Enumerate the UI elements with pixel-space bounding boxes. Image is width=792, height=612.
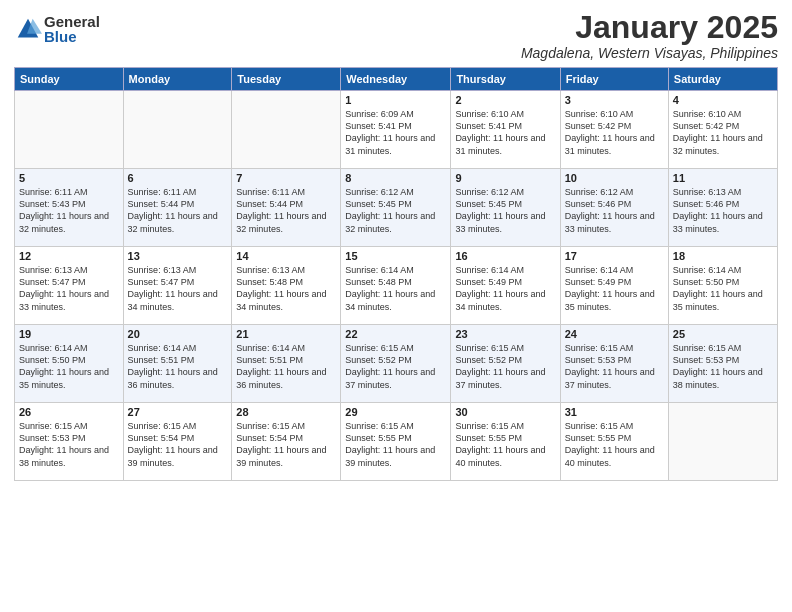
calendar-cell: 16Sunrise: 6:14 AMSunset: 5:49 PMDayligh… (451, 247, 560, 325)
day-number: 12 (19, 250, 119, 262)
day-number: 22 (345, 328, 446, 340)
header: General Blue January 2025 Magdalena, Wes… (14, 10, 778, 61)
month-title: January 2025 (521, 10, 778, 45)
day-number: 13 (128, 250, 228, 262)
day-info: Sunrise: 6:13 AMSunset: 5:47 PMDaylight:… (128, 264, 228, 313)
day-info: Sunrise: 6:15 AMSunset: 5:52 PMDaylight:… (345, 342, 446, 391)
day-info: Sunrise: 6:15 AMSunset: 5:53 PMDaylight:… (19, 420, 119, 469)
calendar-week-row: 19Sunrise: 6:14 AMSunset: 5:50 PMDayligh… (15, 325, 778, 403)
day-number: 27 (128, 406, 228, 418)
day-info: Sunrise: 6:15 AMSunset: 5:55 PMDaylight:… (345, 420, 446, 469)
logo-icon (14, 15, 42, 43)
day-number: 11 (673, 172, 773, 184)
day-info: Sunrise: 6:11 AMSunset: 5:44 PMDaylight:… (236, 186, 336, 235)
day-number: 14 (236, 250, 336, 262)
calendar-cell: 11Sunrise: 6:13 AMSunset: 5:46 PMDayligh… (668, 169, 777, 247)
day-number: 2 (455, 94, 555, 106)
day-info: Sunrise: 6:12 AMSunset: 5:45 PMDaylight:… (455, 186, 555, 235)
day-number: 18 (673, 250, 773, 262)
calendar-cell: 3Sunrise: 6:10 AMSunset: 5:42 PMDaylight… (560, 91, 668, 169)
calendar-cell (232, 91, 341, 169)
calendar-cell: 26Sunrise: 6:15 AMSunset: 5:53 PMDayligh… (15, 403, 124, 481)
calendar-cell: 22Sunrise: 6:15 AMSunset: 5:52 PMDayligh… (341, 325, 451, 403)
calendar-cell: 31Sunrise: 6:15 AMSunset: 5:55 PMDayligh… (560, 403, 668, 481)
day-number: 4 (673, 94, 773, 106)
day-number: 26 (19, 406, 119, 418)
day-number: 17 (565, 250, 664, 262)
day-number: 30 (455, 406, 555, 418)
calendar-cell: 9Sunrise: 6:12 AMSunset: 5:45 PMDaylight… (451, 169, 560, 247)
calendar-cell: 7Sunrise: 6:11 AMSunset: 5:44 PMDaylight… (232, 169, 341, 247)
calendar-week-row: 12Sunrise: 6:13 AMSunset: 5:47 PMDayligh… (15, 247, 778, 325)
calendar-cell (123, 91, 232, 169)
day-number: 8 (345, 172, 446, 184)
logo-text: General Blue (44, 14, 100, 44)
calendar-cell (15, 91, 124, 169)
day-info: Sunrise: 6:13 AMSunset: 5:48 PMDaylight:… (236, 264, 336, 313)
day-info: Sunrise: 6:14 AMSunset: 5:50 PMDaylight:… (19, 342, 119, 391)
day-info: Sunrise: 6:10 AMSunset: 5:42 PMDaylight:… (673, 108, 773, 157)
weekday-header: Saturday (668, 68, 777, 91)
day-info: Sunrise: 6:11 AMSunset: 5:43 PMDaylight:… (19, 186, 119, 235)
day-number: 9 (455, 172, 555, 184)
calendar-cell: 24Sunrise: 6:15 AMSunset: 5:53 PMDayligh… (560, 325, 668, 403)
weekday-header: Tuesday (232, 68, 341, 91)
day-info: Sunrise: 6:14 AMSunset: 5:48 PMDaylight:… (345, 264, 446, 313)
weekday-header: Wednesday (341, 68, 451, 91)
calendar-cell: 2Sunrise: 6:10 AMSunset: 5:41 PMDaylight… (451, 91, 560, 169)
calendar-cell: 10Sunrise: 6:12 AMSunset: 5:46 PMDayligh… (560, 169, 668, 247)
day-info: Sunrise: 6:15 AMSunset: 5:53 PMDaylight:… (673, 342, 773, 391)
calendar-cell: 21Sunrise: 6:14 AMSunset: 5:51 PMDayligh… (232, 325, 341, 403)
calendar-cell: 25Sunrise: 6:15 AMSunset: 5:53 PMDayligh… (668, 325, 777, 403)
day-number: 1 (345, 94, 446, 106)
logo-general: General (44, 14, 100, 29)
calendar: SundayMondayTuesdayWednesdayThursdayFrid… (14, 67, 778, 481)
calendar-cell: 6Sunrise: 6:11 AMSunset: 5:44 PMDaylight… (123, 169, 232, 247)
calendar-week-row: 1Sunrise: 6:09 AMSunset: 5:41 PMDaylight… (15, 91, 778, 169)
day-info: Sunrise: 6:15 AMSunset: 5:55 PMDaylight:… (565, 420, 664, 469)
calendar-cell: 30Sunrise: 6:15 AMSunset: 5:55 PMDayligh… (451, 403, 560, 481)
calendar-cell: 14Sunrise: 6:13 AMSunset: 5:48 PMDayligh… (232, 247, 341, 325)
day-info: Sunrise: 6:15 AMSunset: 5:54 PMDaylight:… (128, 420, 228, 469)
day-info: Sunrise: 6:11 AMSunset: 5:44 PMDaylight:… (128, 186, 228, 235)
day-number: 6 (128, 172, 228, 184)
day-info: Sunrise: 6:14 AMSunset: 5:49 PMDaylight:… (455, 264, 555, 313)
day-info: Sunrise: 6:14 AMSunset: 5:50 PMDaylight:… (673, 264, 773, 313)
calendar-week-row: 26Sunrise: 6:15 AMSunset: 5:53 PMDayligh… (15, 403, 778, 481)
day-info: Sunrise: 6:13 AMSunset: 5:47 PMDaylight:… (19, 264, 119, 313)
logo-blue: Blue (44, 29, 100, 44)
calendar-cell: 20Sunrise: 6:14 AMSunset: 5:51 PMDayligh… (123, 325, 232, 403)
day-info: Sunrise: 6:12 AMSunset: 5:46 PMDaylight:… (565, 186, 664, 235)
day-number: 25 (673, 328, 773, 340)
day-number: 31 (565, 406, 664, 418)
day-info: Sunrise: 6:12 AMSunset: 5:45 PMDaylight:… (345, 186, 446, 235)
day-number: 21 (236, 328, 336, 340)
calendar-cell: 17Sunrise: 6:14 AMSunset: 5:49 PMDayligh… (560, 247, 668, 325)
page: General Blue January 2025 Magdalena, Wes… (0, 0, 792, 612)
calendar-cell: 12Sunrise: 6:13 AMSunset: 5:47 PMDayligh… (15, 247, 124, 325)
calendar-cell: 8Sunrise: 6:12 AMSunset: 5:45 PMDaylight… (341, 169, 451, 247)
day-info: Sunrise: 6:14 AMSunset: 5:49 PMDaylight:… (565, 264, 664, 313)
calendar-cell: 4Sunrise: 6:10 AMSunset: 5:42 PMDaylight… (668, 91, 777, 169)
day-info: Sunrise: 6:10 AMSunset: 5:42 PMDaylight:… (565, 108, 664, 157)
day-info: Sunrise: 6:15 AMSunset: 5:54 PMDaylight:… (236, 420, 336, 469)
calendar-cell: 18Sunrise: 6:14 AMSunset: 5:50 PMDayligh… (668, 247, 777, 325)
day-number: 16 (455, 250, 555, 262)
calendar-cell: 15Sunrise: 6:14 AMSunset: 5:48 PMDayligh… (341, 247, 451, 325)
day-info: Sunrise: 6:09 AMSunset: 5:41 PMDaylight:… (345, 108, 446, 157)
day-info: Sunrise: 6:15 AMSunset: 5:53 PMDaylight:… (565, 342, 664, 391)
calendar-cell: 13Sunrise: 6:13 AMSunset: 5:47 PMDayligh… (123, 247, 232, 325)
weekday-header-row: SundayMondayTuesdayWednesdayThursdayFrid… (15, 68, 778, 91)
day-number: 29 (345, 406, 446, 418)
day-number: 20 (128, 328, 228, 340)
weekday-header: Sunday (15, 68, 124, 91)
day-number: 7 (236, 172, 336, 184)
calendar-cell: 28Sunrise: 6:15 AMSunset: 5:54 PMDayligh… (232, 403, 341, 481)
day-number: 19 (19, 328, 119, 340)
calendar-cell: 19Sunrise: 6:14 AMSunset: 5:50 PMDayligh… (15, 325, 124, 403)
calendar-cell: 29Sunrise: 6:15 AMSunset: 5:55 PMDayligh… (341, 403, 451, 481)
day-number: 24 (565, 328, 664, 340)
title-block: January 2025 Magdalena, Western Visayas,… (521, 10, 778, 61)
day-number: 28 (236, 406, 336, 418)
calendar-cell: 5Sunrise: 6:11 AMSunset: 5:43 PMDaylight… (15, 169, 124, 247)
